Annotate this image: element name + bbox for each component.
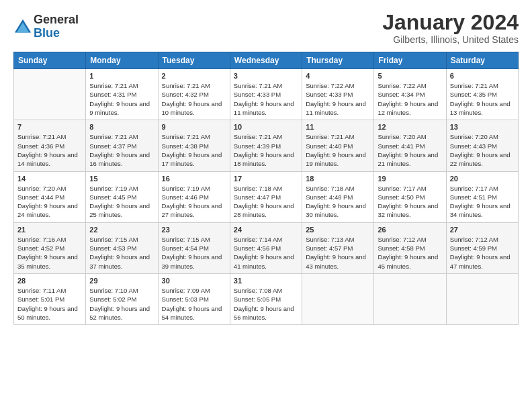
day-info: Sunrise: 7:08 AMSunset: 5:05 PMDaylight:… (234, 286, 298, 322)
table-row: 11Sunrise: 7:21 AMSunset: 4:40 PMDayligh… (302, 120, 374, 171)
day-info: Sunrise: 7:09 AMSunset: 5:03 PMDaylight:… (162, 286, 226, 322)
table-row: 30Sunrise: 7:09 AMSunset: 5:03 PMDayligh… (158, 273, 230, 324)
day-info: Sunrise: 7:11 AMSunset: 5:01 PMDaylight:… (17, 286, 82, 322)
header-friday: Friday (374, 52, 446, 69)
day-info: Sunrise: 7:12 AMSunset: 4:58 PMDaylight:… (378, 235, 442, 271)
table-row (446, 273, 518, 324)
day-number: 6 (450, 72, 515, 80)
logo-icon (13, 17, 32, 36)
calendar-week-2: 7Sunrise: 7:21 AMSunset: 4:36 PMDaylight… (14, 120, 519, 171)
day-number: 27 (450, 226, 515, 234)
table-row: 17Sunrise: 7:18 AMSunset: 4:47 PMDayligh… (230, 171, 302, 222)
header-sunday: Sunday (14, 52, 86, 69)
table-row: 10Sunrise: 7:21 AMSunset: 4:39 PMDayligh… (230, 120, 302, 171)
day-info: Sunrise: 7:14 AMSunset: 4:56 PMDaylight:… (234, 235, 298, 271)
day-info: Sunrise: 7:13 AMSunset: 4:57 PMDaylight:… (306, 235, 370, 271)
day-number: 23 (162, 226, 226, 234)
day-info: Sunrise: 7:17 AMSunset: 4:51 PMDaylight:… (450, 184, 515, 220)
day-info: Sunrise: 7:10 AMSunset: 5:02 PMDaylight:… (89, 286, 154, 322)
table-row: 18Sunrise: 7:18 AMSunset: 4:48 PMDayligh… (302, 171, 374, 222)
table-row: 5Sunrise: 7:22 AMSunset: 4:34 PMDaylight… (374, 69, 446, 120)
calendar-week-5: 28Sunrise: 7:11 AMSunset: 5:01 PMDayligh… (14, 273, 519, 324)
day-info: Sunrise: 7:21 AMSunset: 4:31 PMDaylight:… (89, 81, 154, 117)
day-number: 18 (306, 175, 370, 183)
table-row: 7Sunrise: 7:21 AMSunset: 4:36 PMDaylight… (14, 120, 86, 171)
table-row: 24Sunrise: 7:14 AMSunset: 4:56 PMDayligh… (230, 222, 302, 273)
calendar-week-1: 1Sunrise: 7:21 AMSunset: 4:31 PMDaylight… (14, 69, 519, 120)
table-row: 12Sunrise: 7:20 AMSunset: 4:41 PMDayligh… (374, 120, 446, 171)
table-row: 28Sunrise: 7:11 AMSunset: 5:01 PMDayligh… (14, 273, 86, 324)
title-block: January 2024 Gilberts, Illinois, United … (382, 11, 519, 45)
day-number: 8 (89, 123, 154, 131)
table-row: 9Sunrise: 7:21 AMSunset: 4:38 PMDaylight… (158, 120, 230, 171)
table-row: 15Sunrise: 7:19 AMSunset: 4:45 PMDayligh… (86, 171, 158, 222)
header: General Blue January 2024 Gilberts, Illi… (13, 11, 519, 45)
day-number: 10 (234, 123, 298, 131)
day-number: 7 (17, 123, 82, 131)
page-title: January 2024 (382, 11, 519, 34)
day-number: 16 (162, 175, 226, 183)
day-info: Sunrise: 7:12 AMSunset: 4:59 PMDaylight:… (450, 235, 515, 271)
day-info: Sunrise: 7:19 AMSunset: 4:46 PMDaylight:… (162, 184, 226, 220)
table-row: 19Sunrise: 7:17 AMSunset: 4:50 PMDayligh… (374, 171, 446, 222)
day-number: 15 (89, 175, 154, 183)
day-number: 1 (89, 72, 154, 80)
table-row: 8Sunrise: 7:21 AMSunset: 4:37 PMDaylight… (86, 120, 158, 171)
day-number: 25 (306, 226, 370, 234)
day-number: 20 (450, 175, 515, 183)
day-number: 21 (17, 226, 82, 234)
day-info: Sunrise: 7:21 AMSunset: 4:33 PMDaylight:… (234, 81, 298, 117)
logo-general-text: General (34, 13, 79, 27)
table-row: 16Sunrise: 7:19 AMSunset: 4:46 PMDayligh… (158, 171, 230, 222)
day-number: 22 (89, 226, 154, 234)
day-info: Sunrise: 7:19 AMSunset: 4:45 PMDaylight:… (89, 184, 154, 220)
table-row: 14Sunrise: 7:20 AMSunset: 4:44 PMDayligh… (14, 171, 86, 222)
table-row: 4Sunrise: 7:22 AMSunset: 4:33 PMDaylight… (302, 69, 374, 120)
day-info: Sunrise: 7:21 AMSunset: 4:35 PMDaylight:… (450, 81, 515, 117)
day-info: Sunrise: 7:21 AMSunset: 4:37 PMDaylight:… (89, 132, 154, 168)
day-number: 3 (234, 72, 298, 80)
day-info: Sunrise: 7:21 AMSunset: 4:39 PMDaylight:… (234, 132, 298, 168)
day-info: Sunrise: 7:21 AMSunset: 4:36 PMDaylight:… (17, 132, 82, 168)
calendar-table: Sunday Monday Tuesday Wednesday Thursday… (13, 52, 519, 325)
table-row: 20Sunrise: 7:17 AMSunset: 4:51 PMDayligh… (446, 171, 518, 222)
day-info: Sunrise: 7:18 AMSunset: 4:48 PMDaylight:… (306, 184, 370, 220)
header-tuesday: Tuesday (158, 52, 230, 69)
day-info: Sunrise: 7:21 AMSunset: 4:40 PMDaylight:… (306, 132, 370, 168)
day-number: 31 (234, 277, 298, 285)
day-number: 12 (378, 123, 442, 131)
day-info: Sunrise: 7:21 AMSunset: 4:32 PMDaylight:… (162, 81, 226, 117)
table-row: 21Sunrise: 7:16 AMSunset: 4:52 PMDayligh… (14, 222, 86, 273)
day-number: 14 (17, 175, 82, 183)
table-row: 2Sunrise: 7:21 AMSunset: 4:32 PMDaylight… (158, 69, 230, 120)
table-row: 22Sunrise: 7:15 AMSunset: 4:53 PMDayligh… (86, 222, 158, 273)
table-row (302, 273, 374, 324)
table-row: 27Sunrise: 7:12 AMSunset: 4:59 PMDayligh… (446, 222, 518, 273)
header-saturday: Saturday (446, 52, 518, 69)
table-row: 6Sunrise: 7:21 AMSunset: 4:35 PMDaylight… (446, 69, 518, 120)
table-row: 26Sunrise: 7:12 AMSunset: 4:58 PMDayligh… (374, 222, 446, 273)
day-info: Sunrise: 7:15 AMSunset: 4:53 PMDaylight:… (89, 235, 154, 271)
table-row: 23Sunrise: 7:15 AMSunset: 4:54 PMDayligh… (158, 222, 230, 273)
day-number: 28 (17, 277, 82, 285)
day-number: 9 (162, 123, 226, 131)
header-thursday: Thursday (302, 52, 374, 69)
page: General Blue January 2024 Gilberts, Illi… (0, 0, 532, 411)
day-info: Sunrise: 7:17 AMSunset: 4:50 PMDaylight:… (378, 184, 442, 220)
day-number: 13 (450, 123, 515, 131)
day-number: 24 (234, 226, 298, 234)
logo-blue-text: Blue (34, 27, 79, 40)
logo: General Blue (13, 13, 79, 40)
day-number: 2 (162, 72, 226, 80)
day-info: Sunrise: 7:20 AMSunset: 4:43 PMDaylight:… (450, 132, 515, 168)
header-wednesday: Wednesday (230, 52, 302, 69)
page-subtitle: Gilberts, Illinois, United States (382, 34, 519, 45)
table-row: 29Sunrise: 7:10 AMSunset: 5:02 PMDayligh… (86, 273, 158, 324)
table-row (14, 69, 86, 120)
day-info: Sunrise: 7:15 AMSunset: 4:54 PMDaylight:… (162, 235, 226, 271)
day-number: 11 (306, 123, 370, 131)
day-number: 4 (306, 72, 370, 80)
table-row: 31Sunrise: 7:08 AMSunset: 5:05 PMDayligh… (230, 273, 302, 324)
day-info: Sunrise: 7:18 AMSunset: 4:47 PMDaylight:… (234, 184, 298, 220)
day-number: 26 (378, 226, 442, 234)
